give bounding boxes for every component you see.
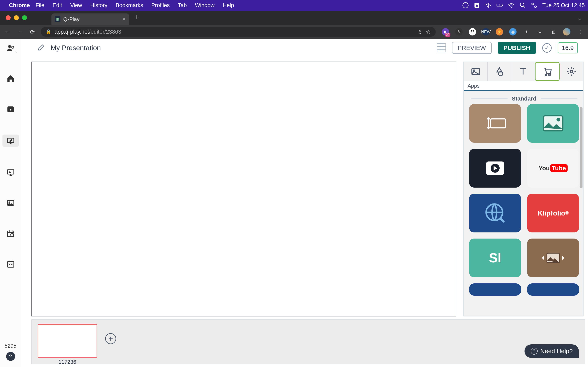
menu-edit[interactable]: Edit — [53, 2, 62, 8]
extension-bolt-icon[interactable]: ⚡ — [496, 28, 503, 35]
panel-tab-shapes[interactable] — [488, 62, 511, 81]
slide-thumbnail[interactable] — [38, 324, 97, 358]
editor-topbar: My Presentation PREVIEW PUBLISH ✓ 16:9 — [21, 39, 588, 57]
sidebar-help-icon[interactable]: ? — [6, 352, 15, 361]
app-tile-extra-2[interactable] — [527, 284, 579, 296]
sidebar-item-home[interactable] — [6, 73, 16, 83]
edit-title-icon[interactable] — [38, 44, 44, 52]
aspect-ratio-selector[interactable]: 16:9 — [558, 42, 578, 53]
sidebar-item-screens[interactable] — [6, 167, 16, 177]
browser-toolbar: ← → ⟳ 🔒 app.q-play.net/editor/23863 ⇪ ☆ … — [0, 25, 588, 39]
sidebar-item-library[interactable] — [6, 104, 16, 114]
app-tile-extra-1[interactable] — [469, 284, 521, 296]
menu-file[interactable]: File — [35, 2, 44, 8]
slide-thumb-wrap: 117236 — [38, 324, 97, 365]
app-tile-image[interactable] — [527, 104, 579, 143]
volume-mute-icon[interactable] — [485, 2, 492, 8]
bookmark-star-icon[interactable]: ☆ — [426, 29, 431, 35]
window-close-icon[interactable] — [6, 15, 11, 20]
menubar-app-name[interactable]: Chrome — [9, 2, 30, 8]
extensions-puzzle-icon[interactable]: ✦ — [523, 28, 530, 35]
extension-blue-icon[interactable]: ◉ — [509, 28, 517, 35]
menu-help[interactable]: Help — [223, 2, 234, 8]
battery-icon[interactable] — [497, 2, 503, 8]
control-center-icon[interactable] — [531, 2, 537, 8]
panel-tab-settings[interactable] — [560, 62, 583, 81]
tab-close-icon[interactable]: × — [122, 16, 126, 23]
browser-chrome: ▦ Q-Play × + ⌄ ← → ⟳ 🔒 app.q-play.net/ed… — [0, 11, 588, 39]
wifi-icon[interactable] — [508, 2, 515, 8]
triangle-icon[interactable] — [474, 2, 480, 8]
extension-new-badge[interactable]: NEW — [482, 28, 490, 35]
editor-canvas[interactable] — [31, 62, 456, 317]
window-traffic-lights[interactable] — [6, 15, 27, 20]
extension-pen-icon[interactable]: ✎ — [455, 28, 463, 35]
chrome-menu-icon[interactable]: ⋮ — [577, 28, 584, 35]
app-content: › 5295 ? My Presentation PREVIEW PUBLISH… — [0, 39, 588, 367]
profile-avatar-icon[interactable] — [563, 28, 571, 35]
creative-cloud-icon[interactable] — [462, 2, 469, 8]
svg-point-10 — [12, 46, 14, 48]
lock-icon: 🔒 — [46, 29, 51, 34]
menu-tab[interactable]: Tab — [178, 2, 187, 8]
svg-rect-4 — [502, 5, 503, 6]
app-tile-slideshow[interactable] — [527, 239, 579, 277]
menu-bookmarks[interactable]: Bookmarks — [116, 2, 143, 8]
window-minimize-icon[interactable] — [14, 15, 19, 20]
spotlight-icon[interactable] — [519, 2, 526, 8]
tab-strip: ▦ Q-Play × + ⌄ — [0, 11, 588, 25]
app-tile-youtube[interactable]: YouTube — [527, 149, 579, 188]
presentation-title[interactable]: My Presentation — [51, 44, 101, 52]
sidebar-item-editor[interactable] — [2, 134, 19, 147]
menu-profiles[interactable]: Profiles — [151, 2, 170, 8]
browser-tab[interactable]: ▦ Q-Play × — [52, 13, 129, 25]
svg-line-6 — [523, 6, 525, 8]
svg-point-29 — [557, 118, 560, 122]
menubar-clock[interactable]: Tue 25 Oct 12.45 — [542, 2, 585, 8]
address-bar[interactable]: 🔒 app.q-play.net/editor/23863 ⇪ ☆ — [41, 27, 436, 37]
new-tab-button[interactable]: + — [133, 14, 140, 21]
app-tile-text[interactable] — [469, 104, 521, 143]
need-help-label: Need Help? — [540, 348, 573, 355]
svg-point-26 — [570, 70, 573, 73]
svg-point-0 — [463, 3, 468, 8]
sidebar-item-media[interactable] — [6, 198, 16, 208]
status-check-icon[interactable]: ✓ — [542, 43, 552, 53]
workspace-row: Apps Standard YouTube Klipfolio® SI — [21, 57, 588, 317]
panel-tab-images[interactable] — [464, 62, 488, 81]
panel-scrollbar[interactable] — [580, 107, 582, 188]
nav-reload-button[interactable]: ⟳ — [29, 29, 36, 35]
svg-point-15 — [8, 201, 10, 203]
apps-scroll-area[interactable]: Standard YouTube Klipfolio® SI — [464, 91, 583, 316]
menu-view[interactable]: View — [70, 2, 82, 8]
extension-purple-icon[interactable]: ◐29 — [442, 28, 449, 35]
panel-tab-apps[interactable] — [535, 62, 560, 81]
svg-rect-18 — [7, 262, 14, 267]
grid-toggle-button[interactable] — [437, 43, 446, 52]
app-tile-video[interactable] — [469, 149, 521, 188]
nav-back-button[interactable]: ← — [4, 29, 11, 35]
tabs-dropdown-icon[interactable]: ⌄ — [578, 15, 582, 21]
side-panel-icon[interactable]: ◧ — [550, 28, 557, 35]
menu-window[interactable]: Window — [195, 2, 215, 8]
share-icon[interactable]: ⇪ — [418, 29, 423, 35]
add-slide-button[interactable]: + — [105, 333, 116, 344]
app-tile-si[interactable]: SI — [469, 239, 521, 277]
publish-button[interactable]: PUBLISH — [498, 42, 536, 54]
sidebar-item-schedule[interactable] — [6, 228, 16, 239]
menu-history[interactable]: History — [90, 2, 107, 8]
panel-tab-text[interactable] — [511, 62, 535, 81]
svg-rect-27 — [491, 119, 506, 128]
app-tile-klipfolio[interactable]: Klipfolio® — [527, 194, 579, 233]
extension-font-icon[interactable]: f? — [469, 28, 476, 35]
sidebar-item-calendar[interactable] — [6, 259, 16, 269]
preview-button[interactable]: PREVIEW — [452, 42, 492, 54]
main-column: My Presentation PREVIEW PUBLISH ✓ 16:9 A… — [21, 39, 588, 367]
app-tile-website[interactable] — [469, 194, 521, 233]
nav-forward-button: → — [16, 29, 24, 35]
need-help-button[interactable]: ? Need Help? — [525, 344, 579, 358]
reading-list-icon[interactable]: ≡ — [536, 28, 544, 35]
window-zoom-icon[interactable] — [22, 15, 27, 20]
svg-point-9 — [8, 45, 11, 48]
sidebar-item-admin[interactable]: › — [6, 43, 16, 53]
